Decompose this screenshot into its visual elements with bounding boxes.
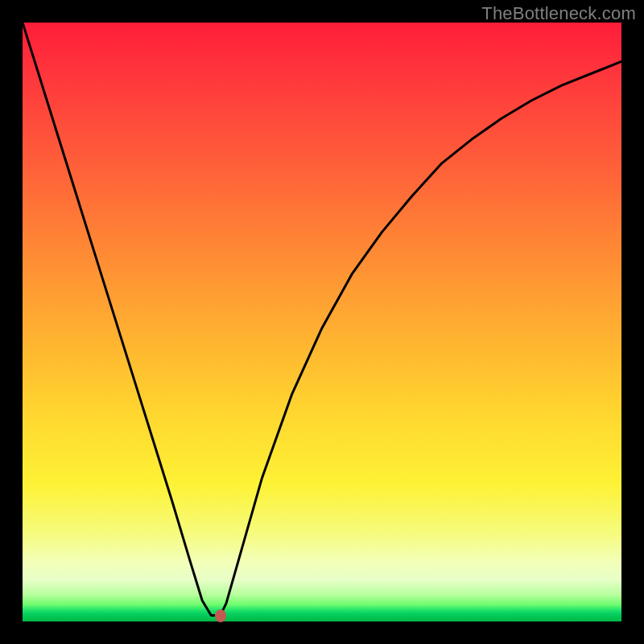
- chart-frame: TheBottleneck.com: [0, 0, 644, 644]
- optimal-point-marker: [215, 609, 226, 622]
- bottleneck-curve: [23, 23, 621, 621]
- watermark-text: TheBottleneck.com: [481, 3, 636, 24]
- plot-area: [23, 23, 621, 621]
